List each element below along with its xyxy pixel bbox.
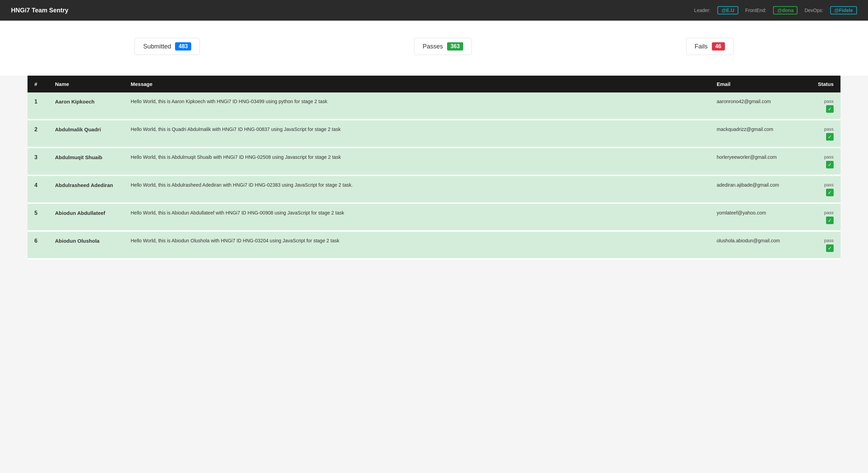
col-header-status: Status — [799, 76, 840, 92]
leader-badge: @E.U — [717, 6, 738, 14]
cell-message: Hello World, this is Abdulmuqit Shuaib w… — [124, 147, 710, 175]
cell-number: 3 — [28, 147, 48, 175]
cell-status: pass ✓ — [799, 175, 840, 203]
table-row: 4 Abdulrasheed Adediran Hello World, thi… — [28, 175, 840, 203]
cell-message: Hello World, this is Abdulrasheed Adedir… — [124, 175, 710, 203]
status-pass-label: pass — [806, 99, 834, 104]
cell-number: 2 — [28, 120, 48, 147]
table-row: 6 Abiodun Olushola Hello World, this is … — [28, 231, 840, 259]
data-table-container: # Name Message Email Status 1 Aaron Kipk… — [28, 76, 840, 260]
cell-email: horleryeeworler@gmail.com — [710, 147, 799, 175]
fails-label: Fails — [695, 43, 708, 50]
cell-email: mackquadrizz@gmail.com — [710, 120, 799, 147]
check-icon: ✓ — [826, 133, 834, 141]
col-header-email: Email — [710, 76, 799, 92]
cell-name: Abiodun Abdullateef — [48, 203, 124, 231]
cell-name: Aaron Kipkoech — [48, 92, 124, 120]
cell-number: 4 — [28, 175, 48, 203]
cell-number: 1 — [28, 92, 48, 120]
passes-card: Passes 363 — [414, 38, 472, 55]
cell-message: Hello World, this is Aaron Kipkoech with… — [124, 92, 710, 120]
cell-status: pass ✓ — [799, 203, 840, 231]
table-body: 1 Aaron Kipkoech Hello World, this is Aa… — [28, 92, 840, 259]
cell-number: 5 — [28, 203, 48, 231]
submitted-card: Submitted 483 — [134, 38, 200, 55]
col-header-name: Name — [48, 76, 124, 92]
table-row: 5 Abiodun Abdullateef Hello World, this … — [28, 203, 840, 231]
cell-message: Hello World, this is Abiodun Olushola wi… — [124, 231, 710, 259]
table-row: 1 Aaron Kipkoech Hello World, this is Aa… — [28, 92, 840, 120]
data-table: # Name Message Email Status 1 Aaron Kipk… — [28, 76, 840, 260]
fails-count: 46 — [712, 42, 725, 51]
status-pass-label: pass — [806, 154, 834, 160]
cell-email: olushola.abiodun@gmail.com — [710, 231, 799, 259]
cell-message: Hello World, this is Quadri Abdulmalik w… — [124, 120, 710, 147]
table-row: 3 Abdulmuqit Shuaib Hello World, this is… — [28, 147, 840, 175]
passes-label: Passes — [423, 43, 443, 50]
cell-name: Abdulmuqit Shuaib — [48, 147, 124, 175]
app-title: HNGi7 Team Sentry — [11, 7, 68, 14]
fails-card: Fails 46 — [686, 38, 734, 55]
cell-email: yomlateef@yahoo.com — [710, 203, 799, 231]
cell-email: aaronrono42@gmail.com — [710, 92, 799, 120]
stats-row: Submitted 483 Passes 363 Fails 46 — [0, 21, 868, 76]
frontend-badge: @dona — [773, 6, 798, 14]
cell-status: pass ✓ — [799, 120, 840, 147]
cell-number: 6 — [28, 231, 48, 259]
passes-count: 363 — [447, 42, 463, 51]
status-pass-label: pass — [806, 238, 834, 243]
cell-name: Abdulmalik Quadri — [48, 120, 124, 147]
cell-email: adediran.ajibade@gmail.com — [710, 175, 799, 203]
cell-status: pass ✓ — [799, 231, 840, 259]
check-icon: ✓ — [826, 161, 834, 168]
col-header-number: # — [28, 76, 48, 92]
cell-status: pass ✓ — [799, 92, 840, 120]
cell-message: Hello World, this is Abiodun Abdullateef… — [124, 203, 710, 231]
status-pass-label: pass — [806, 126, 834, 132]
check-icon: ✓ — [826, 244, 834, 252]
submitted-count: 483 — [175, 42, 191, 51]
cell-status: pass ✓ — [799, 147, 840, 175]
devops-badge: @Fidele — [830, 6, 857, 14]
table-row: 2 Abdulmalik Quadri Hello World, this is… — [28, 120, 840, 147]
cell-name: Abiodun Olushola — [48, 231, 124, 259]
col-header-message: Message — [124, 76, 710, 92]
leader-label: Leader: — [694, 8, 710, 13]
frontend-label: FrontEnd: — [745, 8, 766, 13]
devops-label: DevOps: — [804, 8, 823, 13]
cell-name: Abdulrasheed Adediran — [48, 175, 124, 203]
submitted-label: Submitted — [143, 43, 171, 50]
status-pass-label: pass — [806, 182, 834, 187]
table-header-row: # Name Message Email Status — [28, 76, 840, 92]
header: HNGi7 Team Sentry Leader: @E.U FrontEnd:… — [0, 0, 868, 21]
check-icon: ✓ — [826, 217, 834, 224]
check-icon: ✓ — [826, 189, 834, 196]
check-icon: ✓ — [826, 105, 834, 113]
header-right: Leader: @E.U FrontEnd: @dona DevOps: @Fi… — [694, 6, 857, 14]
status-pass-label: pass — [806, 210, 834, 215]
